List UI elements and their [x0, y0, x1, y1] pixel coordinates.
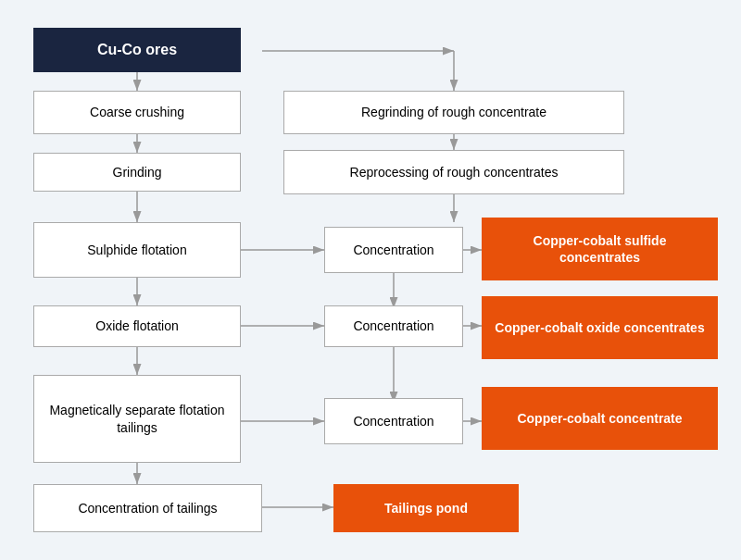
oxide-flotation-label: Oxide flotation [95, 317, 179, 334]
process-flow-diagram: Cu-Co ores Coarse crushing Grinding Sulp… [0, 0, 741, 560]
oxide-flotation-node: Oxide flotation [33, 305, 241, 347]
grinding-node: Grinding [33, 153, 241, 192]
cu-co-conc-node: Copper-cobalt concentrate [482, 387, 718, 450]
cu-co-ores-label: Cu-Co ores [97, 41, 177, 60]
cu-co-conc-label: Copper-cobalt concentrate [517, 410, 682, 427]
conc-tailings-node: Concentration of tailings [33, 484, 262, 532]
coarse-crushing-label: Coarse crushing [90, 104, 184, 120]
grinding-label: Grinding [113, 164, 162, 180]
regrinding-label: Regrinding of rough concentrate [361, 104, 546, 120]
concentration1-node: Concentration [324, 227, 463, 273]
coarse-crushing-node: Coarse crushing [33, 91, 241, 134]
concentration2-node: Concentration [324, 305, 463, 347]
cu-co-oxide-node: Copper-cobalt oxide concentrates [482, 296, 718, 359]
regrinding-node: Regrinding of rough concentrate [283, 91, 624, 134]
concentration3-label: Concentration [353, 413, 433, 429]
cu-co-oxide-label: Copper-cobalt oxide concentrates [495, 319, 704, 336]
concentration2-label: Concentration [353, 317, 433, 334]
tailings-pond-node: Tailings pond [333, 484, 519, 532]
reprocessing-label: Reprocessing of rough concentrates [350, 164, 559, 180]
tailings-pond-label: Tailings pond [384, 500, 468, 516]
mag-separate-node: Magnetically separate flotation tailings [33, 375, 241, 463]
cu-co-sulfide-label: Copper-cobalt sulfide concentrates [493, 232, 707, 266]
reprocessing-node: Reprocessing of rough concentrates [283, 150, 624, 194]
concentration1-label: Concentration [353, 242, 433, 258]
sulphide-flotation-label: Sulphide flotation [87, 242, 186, 258]
cu-co-sulfide-node: Copper-cobalt sulfide concentrates [482, 218, 718, 280]
concentration3-node: Concentration [324, 398, 463, 444]
cu-co-ores-node: Cu-Co ores [33, 28, 241, 72]
mag-separate-label: Magnetically separate flotation tailings [45, 402, 229, 435]
sulphide-flotation-node: Sulphide flotation [33, 222, 241, 278]
conc-tailings-label: Concentration of tailings [78, 500, 217, 516]
